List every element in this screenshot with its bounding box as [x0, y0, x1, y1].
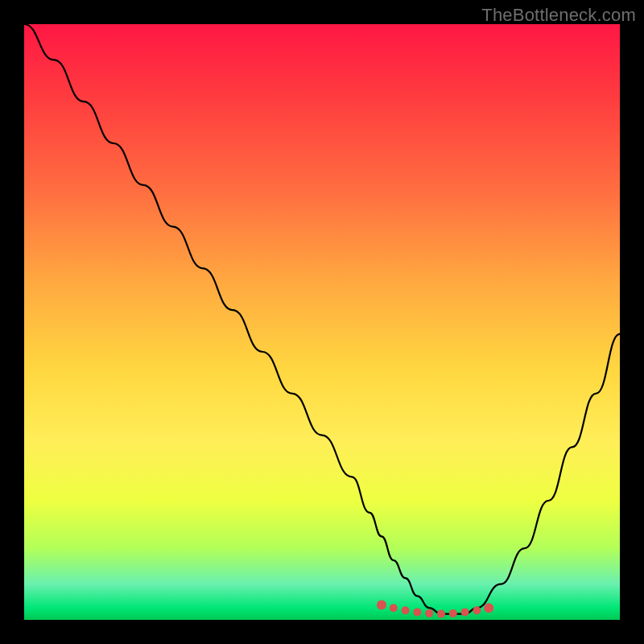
minimum-marker: [473, 606, 481, 614]
minimum-marker: [449, 609, 457, 617]
marker-group: [377, 601, 493, 618]
minimum-marker: [425, 609, 433, 617]
plot-area: [24, 24, 620, 620]
minimum-marker: [377, 601, 386, 610]
minimum-marker: [484, 603, 493, 613]
minimum-marker: [437, 610, 445, 618]
minimum-marker: [413, 608, 421, 616]
minimum-marker: [390, 604, 398, 612]
bottleneck-curve: [24, 24, 620, 614]
watermark-text: TheBottleneck.com: [481, 5, 636, 26]
curve-svg: [24, 24, 620, 620]
chart-frame: TheBottleneck.com: [0, 0, 644, 644]
minimum-marker: [402, 606, 410, 614]
minimum-marker: [461, 608, 469, 616]
